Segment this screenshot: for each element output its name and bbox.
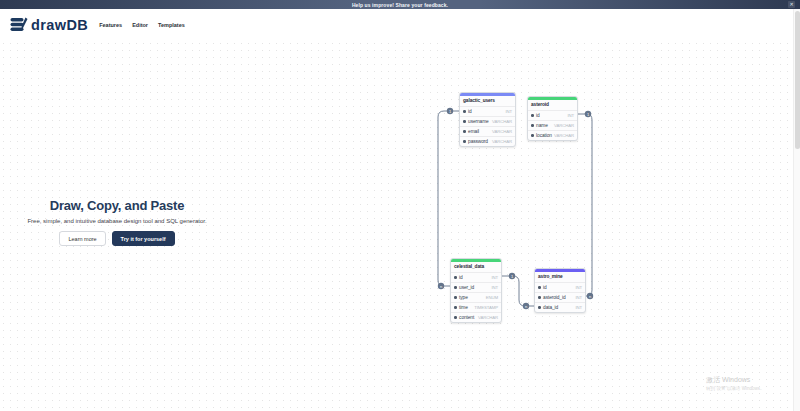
hero-buttons: Learn more Try it for yourself bbox=[24, 231, 210, 246]
scrollbar-track[interactable] bbox=[793, 9, 800, 411]
main-nav: Features Editor Templates bbox=[99, 22, 185, 28]
feedback-banner-link[interactable]: Help us improve! Share your feedback. bbox=[352, 2, 448, 8]
nav-item-features[interactable]: Features bbox=[99, 22, 122, 28]
scrollbar-thumb[interactable] bbox=[795, 11, 800, 149]
learn-more-button[interactable]: Learn more bbox=[59, 231, 105, 246]
hero-title: Draw, Copy, and Paste bbox=[24, 198, 210, 213]
drawdb-landing-page: Help us improve! Share your feedback. ✕ … bbox=[0, 0, 800, 411]
watermark-line2: 转到“设置”以激活 Windows。 bbox=[706, 386, 791, 391]
nav-item-templates[interactable]: Templates bbox=[158, 22, 185, 28]
close-icon[interactable]: ✕ bbox=[788, 1, 795, 8]
logo-text: drawDB bbox=[31, 17, 88, 33]
hero-subtitle: Free, simple, and intuitive database des… bbox=[24, 218, 210, 224]
site-header: drawDB Features Editor Templates bbox=[0, 9, 800, 40]
feedback-banner: Help us improve! Share your feedback. ✕ bbox=[0, 0, 800, 9]
windows-activation-watermark: 激活 Windows 转到“设置”以激活 Windows。 bbox=[706, 375, 791, 391]
drawdb-logo[interactable]: drawDB bbox=[10, 17, 88, 33]
watermark-line1: 激活 Windows bbox=[706, 375, 791, 385]
nav-item-editor[interactable]: Editor bbox=[132, 22, 148, 28]
hero-copy: Draw, Copy, and Paste Free, simple, and … bbox=[24, 198, 210, 246]
try-it-button[interactable]: Try it for yourself bbox=[112, 231, 175, 246]
database-pencil-icon bbox=[10, 17, 28, 33]
